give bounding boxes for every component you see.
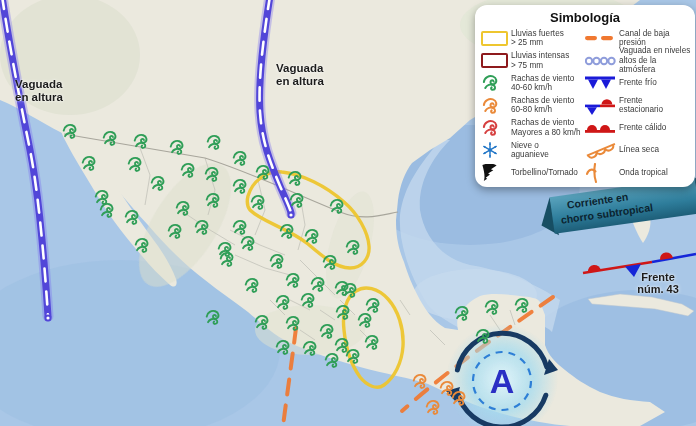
warm-front-icon — [585, 121, 619, 134]
wind-gust-green-icon — [207, 194, 219, 207]
wind-gust-green-icon — [64, 125, 76, 138]
wind-gust-green-icon — [287, 274, 299, 287]
wind-gust-green-icon — [101, 204, 113, 217]
wind-gust-green-icon — [289, 172, 301, 185]
legend-label: Lluvias fuertes — [511, 29, 564, 38]
anticyclone-symbol: A — [446, 324, 558, 426]
legend-label: Vaguada en niveles — [619, 46, 691, 55]
wind-gust-green-icon — [96, 191, 108, 204]
legend-label: > 75 mm — [511, 61, 569, 70]
legend-left-column: Lluvias fuertes> 25 mm Lluvias intensas>… — [481, 27, 585, 184]
legend-row-tropical-wave: Onda tropical — [585, 161, 691, 183]
wind-gust-orange-icon — [414, 375, 426, 388]
legend-row-gust-red: Rachas de vientoMayores a 80 km/h — [481, 117, 585, 139]
front-label-line2: núm. 43 — [626, 283, 690, 295]
legend-label: Onda tropical — [619, 168, 668, 177]
wind-gust-green-icon — [126, 211, 138, 224]
legend-label: Lluvias intensas — [511, 51, 569, 60]
intense-rain-swatch — [481, 53, 511, 68]
wind-gust-green-icon — [324, 256, 336, 269]
legend-row-upper-trough: Vaguada en nivelesaltos de la atmósfera — [585, 49, 691, 71]
wind-gust-green-icon — [246, 279, 258, 292]
legend-row-stationary-front: Frenteestacionario — [585, 94, 691, 116]
tropical-wave-icon — [585, 163, 619, 183]
legend-label: Rachas de viento — [511, 118, 581, 127]
legend-label: Frente frío — [619, 78, 657, 87]
front-number-label: Frente núm. 43 — [626, 271, 690, 295]
wind-gust-green-icon — [234, 180, 246, 193]
wind-gust-green-icon — [367, 299, 379, 312]
legend-label: Frente — [619, 96, 663, 105]
legend-row-gust-green: Rachas de viento40-60 km/h — [481, 72, 585, 94]
wind-gust-green-icon — [182, 164, 194, 177]
wind-gust-green-icon — [177, 202, 189, 215]
wind-gust-green-icon — [291, 194, 303, 207]
wind-gust-green-icon — [366, 336, 378, 349]
legend-label: 60-80 km/h — [511, 105, 574, 114]
vaguada-center-line2: en altura — [276, 75, 324, 88]
wind-gust-green-icon — [287, 317, 299, 330]
legend-label: Rachas de viento — [511, 96, 574, 105]
wind-gust-green-icon — [304, 342, 316, 355]
wind-gust-green-icon — [312, 278, 324, 291]
wind-gust-green-icon — [171, 141, 183, 154]
state-borders — [140, 148, 515, 345]
us-mexico-border — [64, 134, 398, 217]
wind-gust-green-icon — [359, 314, 371, 327]
wind-gust-orange-icon — [441, 382, 453, 395]
wind-gust-orange-icon — [453, 392, 465, 405]
wind-gust-green-icon — [234, 221, 246, 234]
snow-icon — [481, 141, 511, 159]
legend-label: Línea seca — [619, 145, 659, 154]
legend-row-tornado: Torbellino/Tornado — [481, 161, 585, 183]
anticyclone-letter: A — [490, 362, 515, 400]
weather-map: A Corriente en chorro subtropical Vaguad… — [0, 0, 696, 426]
legend-row-gust-orange: Rachas de viento60-80 km/h — [481, 94, 585, 116]
wind-gust-green-icon — [135, 135, 147, 148]
baja-peninsula — [61, 125, 176, 287]
wind-gust-green-icon — [321, 325, 333, 338]
legend-right-column: Canal de bajapresión Vaguada en nivelesa… — [585, 27, 691, 184]
gust-orange-icon — [481, 96, 511, 115]
vaguada-west-line1: Vaguada — [15, 78, 63, 91]
gust-red-icon — [481, 118, 511, 137]
wind-gust-green-icon — [219, 243, 231, 256]
wind-gust-green-icon — [242, 237, 254, 250]
wind-gust-green-icon — [196, 221, 208, 234]
florida-tip — [628, 205, 651, 243]
vaguada-west-line2: en altura — [15, 91, 63, 104]
wind-gust-green-icon — [277, 341, 289, 354]
vaguada-west-label: Vaguada en altura — [15, 78, 63, 103]
legend-title: Simbología — [475, 10, 695, 25]
legend-label: Torbellino/Tornado — [511, 168, 578, 177]
wind-gust-green-icon — [336, 282, 348, 295]
wind-gust-green-icon — [136, 239, 148, 252]
legend-label: 40-60 km/h — [511, 83, 574, 92]
wind-gust-green-icon — [271, 255, 283, 268]
legend-label: > 25 mm — [511, 38, 564, 47]
low-pressure-channel-icon — [585, 33, 619, 43]
wind-gust-green-icon — [252, 196, 264, 209]
wind-gust-green-icon — [129, 158, 141, 171]
vaguada-center-label: Vaguada en altura — [276, 62, 324, 87]
wind-gust-green-icon — [486, 301, 498, 314]
wind-gust-orange-icon — [427, 401, 439, 414]
wind-gust-green-icon — [257, 166, 269, 179]
legend-label: Canal de baja — [619, 29, 670, 38]
stationary-front-icon — [585, 96, 619, 115]
wind-gust-green-icon — [347, 241, 359, 254]
legend-row-snow: Nieve oaguanieve — [481, 139, 585, 161]
legend-label: Nieve o — [511, 141, 549, 150]
wind-gust-green-icon — [152, 177, 164, 190]
wind-gust-green-icon — [277, 296, 289, 309]
wind-gust-green-icon — [336, 339, 348, 352]
legend-row-dry-line: Línea seca — [585, 139, 691, 161]
jet-ribbon-line2: chorro subtropical — [560, 201, 654, 226]
cuba — [588, 294, 694, 316]
dry-line-icon — [585, 141, 619, 159]
heavy-rain-regions — [247, 172, 403, 387]
heavy-rain-swatch — [481, 31, 511, 46]
legend-row-warm-front: Frente cálido — [585, 117, 691, 139]
wind-gust-green-icon — [477, 330, 489, 343]
wind-gust-layer — [64, 125, 528, 414]
